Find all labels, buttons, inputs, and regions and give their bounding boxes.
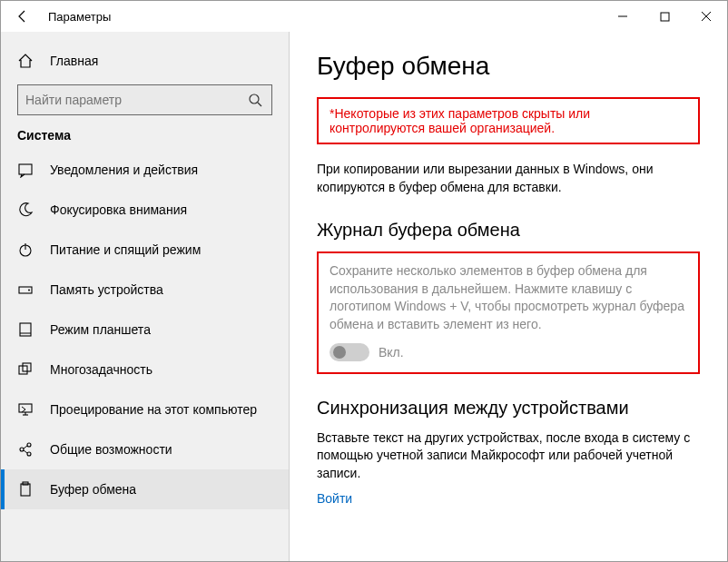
- svg-line-20: [24, 450, 27, 453]
- svg-rect-21: [21, 484, 30, 496]
- share-icon: [17, 441, 34, 458]
- svg-point-18: [27, 452, 31, 456]
- svg-rect-11: [20, 323, 31, 336]
- project-icon: [17, 401, 34, 418]
- maximize-button[interactable]: [644, 2, 685, 31]
- nav-label: Режим планшета: [50, 322, 151, 337]
- home-icon: [17, 53, 34, 69]
- back-button[interactable]: [8, 2, 37, 31]
- history-toggle-row: Вкл.: [330, 343, 687, 361]
- history-toggle[interactable]: [330, 343, 369, 361]
- home-link[interactable]: Главная: [1, 43, 289, 79]
- nav-multitasking[interactable]: Многозадачность: [1, 350, 289, 389]
- multitask-icon: [17, 361, 34, 378]
- nav-label: Общие возможности: [50, 442, 172, 457]
- nav-projecting[interactable]: Проецирование на этот компьютер: [1, 389, 289, 429]
- nav-label: Фокусировка внимания: [50, 202, 187, 217]
- history-heading: Журнал буфера обмена: [317, 220, 700, 241]
- nav-label: Буфер обмена: [50, 482, 136, 497]
- search-box[interactable]: [17, 84, 272, 115]
- nav-shared[interactable]: Общие возможности: [1, 429, 289, 469]
- nav-tablet[interactable]: Режим планшета: [1, 310, 289, 350]
- moon-icon: [17, 202, 34, 218]
- tablet-icon: [17, 321, 34, 338]
- svg-line-19: [24, 446, 27, 449]
- window-title: Параметры: [48, 10, 111, 24]
- clipboard-description: При копировании или вырезании данных в W…: [317, 161, 700, 196]
- clipboard-icon: [17, 481, 34, 498]
- minimize-button[interactable]: [602, 2, 644, 31]
- svg-point-10: [28, 290, 30, 291]
- window-controls: [602, 2, 727, 31]
- nav-label: Многозадачность: [50, 362, 152, 377]
- notification-icon: [17, 162, 34, 178]
- toggle-label: Вкл.: [379, 345, 404, 360]
- nav-label: Питание и спящий режим: [50, 242, 201, 257]
- page-title: Буфер обмена: [317, 52, 700, 81]
- svg-rect-6: [19, 164, 32, 174]
- nav-label: Проецирование на этот компьютер: [50, 402, 257, 417]
- signin-link[interactable]: Войти: [317, 491, 352, 506]
- history-panel: Сохраните несколько элементов в буфер об…: [317, 251, 700, 373]
- sync-description: Вставьте текст на других устройствах, по…: [317, 429, 700, 483]
- nav-label: Уведомления и действия: [50, 163, 198, 177]
- storage-icon: [17, 281, 34, 298]
- search-input[interactable]: [25, 93, 248, 107]
- search-icon: [248, 93, 264, 107]
- nav-storage[interactable]: Память устройства: [1, 270, 289, 310]
- svg-rect-15: [19, 404, 32, 412]
- sidebar: Главная Система Уведомления и действия Ф…: [1, 32, 290, 561]
- svg-point-16: [20, 448, 24, 451]
- svg-point-4: [250, 94, 259, 104]
- nav-label: Память устройства: [50, 282, 163, 297]
- close-button[interactable]: [685, 2, 727, 31]
- sync-heading: Синхронизация между устройствами: [317, 398, 700, 419]
- svg-point-17: [27, 443, 31, 447]
- nav-focus[interactable]: Фокусировка внимания: [1, 190, 289, 230]
- nav-notifications[interactable]: Уведомления и действия: [1, 150, 289, 190]
- history-description: Сохраните несколько элементов в буфер об…: [330, 262, 687, 333]
- home-label: Главная: [50, 54, 98, 68]
- nav-power[interactable]: Питание и спящий режим: [1, 230, 289, 270]
- section-label: Система: [1, 128, 289, 143]
- svg-rect-1: [661, 13, 669, 21]
- svg-line-5: [258, 103, 261, 106]
- titlebar: Параметры: [1, 1, 727, 32]
- power-icon: [17, 242, 34, 258]
- nav-list: Уведомления и действия Фокусировка внима…: [1, 150, 289, 509]
- content: Буфер обмена *Некоторые из этих параметр…: [290, 32, 727, 561]
- toggle-knob: [333, 346, 346, 359]
- policy-alert: *Некоторые из этих параметров скрыты или…: [317, 97, 700, 144]
- nav-clipboard[interactable]: Буфер обмена: [1, 469, 289, 509]
